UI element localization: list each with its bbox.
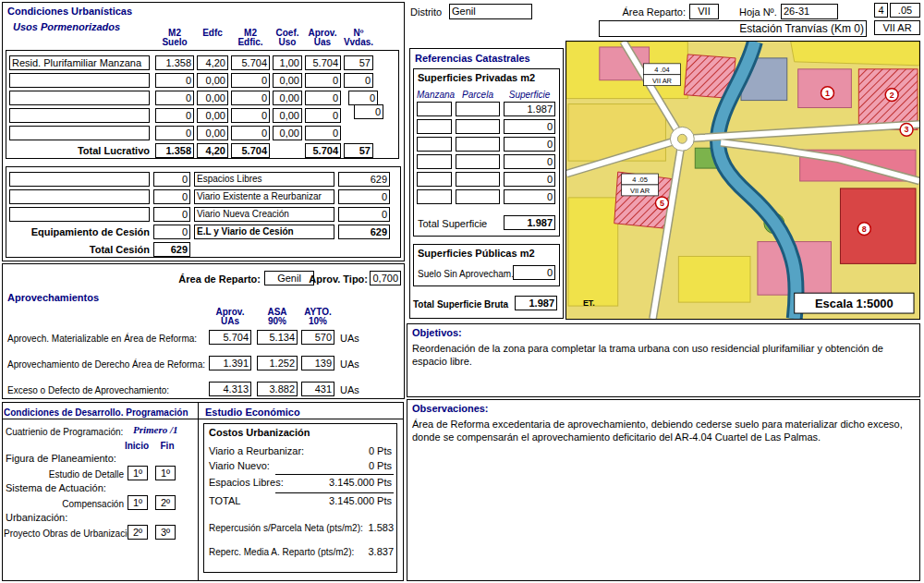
uso-aprov-field[interactable]: 0 [305, 126, 341, 140]
asa-field[interactable]: 1.252 [257, 356, 298, 370]
manzana-field[interactable] [417, 137, 452, 152]
uso-edfc-field[interactable]: 0,00 [197, 126, 228, 140]
viario-existente-field[interactable]: 0 [338, 189, 390, 204]
parcela-field[interactable] [456, 154, 500, 169]
uso-coef-field[interactable]: 0,00 [273, 73, 302, 88]
manzana-field[interactable] [417, 154, 452, 169]
uso-aprov-field[interactable]: 0 [305, 91, 341, 105]
repercusion-parcela-value: 1.583 [353, 522, 394, 534]
uso-coef-field[interactable]: 0,00 [273, 108, 302, 123]
parcela-field[interactable] [456, 119, 500, 134]
ayto-field[interactable]: 570 [301, 330, 334, 345]
header-line-2: UAs [221, 316, 239, 326]
area-reparto-header-field[interactable]: VII [689, 4, 719, 19]
manzana-field[interactable] [417, 102, 452, 116]
superficie-field[interactable]: 0 [504, 172, 555, 187]
superficie-field[interactable]: 0 [504, 119, 555, 134]
ayto-field[interactable]: 139 [301, 356, 334, 370]
cuatrienio-value: Primero /1 [133, 424, 178, 436]
uso-vvdas-field[interactable]: 0 [344, 73, 373, 88]
inicio-field[interactable]: 2º [128, 525, 148, 540]
aprov-tipo-field[interactable]: 0,700 [370, 271, 401, 285]
uso-edfc-field[interactable]: 0,00 [197, 73, 228, 88]
sum-line [275, 492, 394, 493]
cesion-name-field[interactable] [9, 189, 150, 204]
superficie-field[interactable]: 0 [504, 189, 555, 204]
uso-vvdas-field[interactable]: 0 [354, 104, 383, 119]
asa-field[interactable]: 5.134 [257, 330, 298, 345]
ayto-field[interactable]: 431 [301, 382, 334, 396]
manzana-field[interactable] [417, 189, 452, 204]
cesion-value-field[interactable]: 0 [153, 189, 190, 204]
uso-name-field[interactable] [9, 73, 150, 88]
hoja-field[interactable]: 26-31 [781, 4, 838, 19]
asa-field[interactable]: 3.882 [257, 382, 298, 396]
uso-vvdas-field[interactable]: 0 [348, 91, 378, 105]
objetivos-text: Reordenación de la zona para completar l… [412, 342, 911, 368]
parcela-field[interactable] [456, 189, 500, 204]
fin-field[interactable]: 2º [155, 495, 176, 510]
aprov-uas-field[interactable]: 4.313 [209, 382, 251, 396]
uso-name-field[interactable]: Resid. Plurifamiliar Manzana [9, 55, 150, 70]
parcela-field[interactable] [456, 137, 500, 152]
total-m2suelo-field[interactable]: 1.358 [155, 143, 194, 158]
uso-m2edfic-field[interactable]: 0 [231, 108, 270, 123]
total-vvdas-field[interactable]: 57 [344, 143, 373, 158]
cesion-value-field[interactable]: 0 [153, 172, 190, 187]
uso-edfc-field[interactable]: 0,00 [197, 108, 228, 123]
uso-aprov-field[interactable]: 0 [305, 108, 341, 123]
inicio-field[interactable]: 1º [128, 466, 148, 480]
uso-name-field[interactable] [9, 126, 150, 140]
total-superficie-bruta-field[interactable]: 1.987 [515, 296, 557, 310]
parcela-field[interactable] [456, 102, 500, 116]
fin-field[interactable]: 1º [155, 466, 176, 480]
superficie-field[interactable]: 1.987 [504, 102, 555, 116]
total-cesion-field[interactable]: 629 [153, 242, 190, 257]
uso-m2edfic-field[interactable]: 5.704 [231, 55, 270, 70]
total-aprov-field[interactable]: 5.704 [305, 143, 341, 158]
superficie-field[interactable]: 0 [504, 137, 555, 152]
uso-coef-field[interactable]: 0,00 [273, 126, 302, 140]
cesion-name-field[interactable] [9, 172, 150, 187]
parcela-field[interactable] [456, 172, 500, 187]
uso-m2suelo-field[interactable]: 0 [155, 91, 194, 105]
uso-coef-field[interactable]: 0,00 [273, 91, 302, 105]
manzana-field[interactable] [417, 119, 452, 134]
espacios-libres-field[interactable]: 629 [338, 172, 390, 187]
total-m2edfic-field[interactable]: 5.704 [231, 143, 270, 158]
fin-field[interactable]: 3º [155, 525, 176, 540]
uso-name-field[interactable] [9, 108, 150, 123]
equipamiento-cesion-field[interactable]: 0 [153, 225, 190, 239]
cesion-name-field[interactable] [9, 207, 150, 222]
aprovechamientos-title: Aprovechamientos [7, 292, 99, 304]
uso-m2edfic-field[interactable]: 0 [231, 73, 270, 88]
uso-m2suelo-field[interactable]: 1.358 [155, 55, 194, 70]
viario-nueva-field[interactable]: 0 [338, 207, 390, 222]
superficie-field[interactable]: 0 [504, 154, 555, 169]
uso-m2edfic-field[interactable]: 0 [231, 91, 270, 105]
uso-m2suelo-field[interactable]: 0 [155, 73, 194, 88]
uso-m2suelo-field[interactable]: 0 [155, 108, 194, 123]
total-edfc-field[interactable]: 4,20 [197, 143, 228, 158]
aprov-uas-field[interactable]: 1.391 [209, 356, 251, 370]
uso-aprov-field[interactable]: 5.704 [305, 55, 341, 70]
uso-name-field[interactable] [9, 91, 150, 105]
distrito-field[interactable]: Genil [449, 4, 532, 19]
total-superficie-field[interactable]: 1.987 [504, 215, 555, 230]
code-sub-field[interactable]: .05 [890, 3, 920, 18]
uso-edfc-field[interactable]: 4,20 [197, 55, 228, 70]
suelo-sin-aprovecham-field[interactable]: 0 [513, 265, 555, 280]
inicio-field[interactable]: 1º [128, 495, 148, 510]
el-viario-cesion-field[interactable]: 629 [338, 225, 390, 239]
aprov-uas-field[interactable]: 5.704 [209, 330, 251, 345]
uso-edfc-field[interactable]: 0,00 [197, 91, 228, 105]
cesion-value-field[interactable]: 0 [153, 207, 190, 222]
uso-m2suelo-field[interactable]: 0 [155, 126, 194, 140]
uso-vvdas-field[interactable]: 57 [344, 55, 373, 70]
manzana-field[interactable] [417, 172, 452, 187]
code-num-field[interactable]: 4 [874, 3, 888, 18]
urban-planning-form: Condiciones Urbanísticas Usos Pormenoriz… [0, 0, 924, 583]
uso-coef-field[interactable]: 1,00 [273, 55, 302, 70]
uso-aprov-field[interactable]: 0 [305, 73, 341, 88]
uso-m2edfic-field[interactable]: 0 [231, 126, 270, 140]
